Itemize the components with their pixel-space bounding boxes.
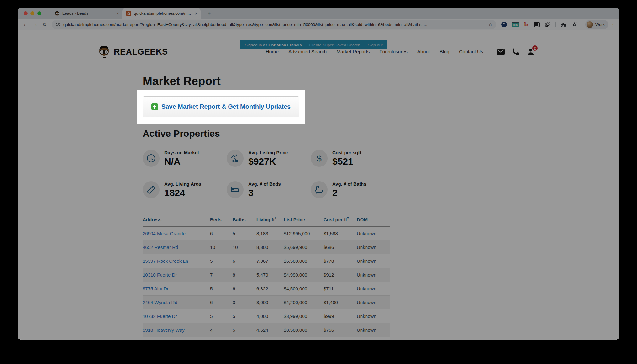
address-link[interactable]: 4652 Resmar Rd bbox=[143, 240, 210, 254]
tour-spotlight: Save Market Report & Get Monthly Updates bbox=[137, 90, 305, 124]
stat-label: Avg. Living Area bbox=[164, 181, 201, 187]
table-cell: Unknown bbox=[357, 268, 390, 282]
address-link[interactable]: 10732 Fuerte Dr bbox=[143, 309, 210, 323]
reload-icon[interactable]: ↻ bbox=[40, 21, 49, 28]
tab-leads[interactable]: Leads › Leads × bbox=[51, 8, 122, 19]
table-cell: 6 bbox=[210, 337, 233, 340]
table-cell: $3,999,000 bbox=[284, 309, 324, 323]
stat-days-on-market: Days on MarketN/A bbox=[143, 150, 227, 167]
close-tab-icon[interactable]: × bbox=[116, 11, 119, 16]
site-favicon-icon bbox=[126, 11, 131, 16]
extensions-puzzle-icon[interactable] bbox=[545, 21, 551, 28]
address-link[interactable]: 10310 Fuerte Dr bbox=[143, 268, 210, 282]
browser-profile-chip[interactable]: Work bbox=[585, 20, 608, 29]
forward-icon[interactable]: → bbox=[30, 21, 40, 28]
table-cell: $5,500,000 bbox=[284, 254, 324, 268]
nav-item-home[interactable]: Home bbox=[266, 49, 279, 55]
table-cell: $912 bbox=[324, 268, 357, 282]
create-super-saved-search-link[interactable]: Create Super Saved Search bbox=[309, 43, 360, 47]
toolbar-divider bbox=[555, 22, 556, 27]
table-cell: 8 bbox=[233, 268, 256, 282]
column-header-living-ft: Living ft2 bbox=[256, 215, 284, 226]
column-header-baths: Baths bbox=[233, 215, 256, 226]
table-cell: Unknown bbox=[357, 337, 390, 340]
nav-item-market-reports[interactable]: Market Reports bbox=[336, 49, 370, 55]
table-cell: 8,183 bbox=[256, 226, 284, 240]
address-link[interactable]: 4525-27 Conrad Dr bbox=[143, 337, 210, 340]
table-cell: $711 bbox=[324, 282, 357, 296]
table-cell: 10 bbox=[233, 240, 256, 254]
table-cell: Unknown bbox=[357, 323, 390, 337]
browser-menu-kebab-icon[interactable]: ⋮ bbox=[610, 22, 616, 27]
table-cell: 4,000 bbox=[256, 309, 284, 323]
onepassword-extension-icon[interactable] bbox=[501, 21, 508, 28]
save-market-report-button[interactable]: Save Market Report & Get Monthly Updates bbox=[143, 96, 299, 117]
table-cell: 3,975 bbox=[256, 337, 284, 340]
table-cell: 10 bbox=[210, 240, 233, 254]
address-link[interactable]: 26904 Mesa Grande bbox=[143, 226, 210, 240]
nav-item-contact-us[interactable]: Contact Us bbox=[459, 49, 483, 55]
table-cell: 3 bbox=[233, 296, 256, 309]
phone-icon[interactable] bbox=[512, 48, 520, 56]
address-link[interactable]: 9775 Alto Dr bbox=[143, 282, 210, 296]
table-cell: $686 bbox=[324, 240, 357, 254]
nav-item-blog[interactable]: Blog bbox=[440, 49, 449, 55]
table-row: 26904 Mesa Grande658,183$12,995,000$1,58… bbox=[143, 226, 390, 240]
sign-out-link[interactable]: Sign out bbox=[368, 43, 383, 47]
close-window-button[interactable] bbox=[24, 11, 28, 15]
page-title: Market Report bbox=[143, 75, 390, 88]
site-settings-tune-icon[interactable] bbox=[55, 22, 61, 27]
email-icon[interactable] bbox=[497, 48, 505, 56]
table-row: 4652 Resmar Rd10108,300$5,699,900$686Unk… bbox=[143, 240, 390, 254]
table-cell: 4 bbox=[233, 337, 256, 340]
extensions-area: 4pm b bbox=[501, 21, 582, 28]
table-row: 10732 Fuerte Dr554,000$3,999,000$999Unkn… bbox=[143, 309, 390, 323]
stat-avg-living-area: Avg. Living Area1824 bbox=[143, 181, 227, 198]
tab-title: quickandsimplehomes.com/m... bbox=[134, 11, 193, 16]
back-icon[interactable]: ← bbox=[21, 21, 30, 28]
address-link[interactable]: 15397 Rock Creek Ln bbox=[143, 254, 210, 268]
site-logo[interactable]: RealGeeks bbox=[97, 45, 168, 59]
chart-icon bbox=[227, 150, 244, 167]
minimize-window-button[interactable] bbox=[30, 11, 34, 15]
address-link[interactable]: 9918 Heavenly Way bbox=[143, 323, 210, 337]
close-tab-icon[interactable]: × bbox=[195, 11, 197, 16]
table-cell: 5 bbox=[210, 282, 233, 296]
bath-icon bbox=[311, 181, 328, 198]
table-cell: 5 bbox=[210, 254, 233, 268]
browser-toolbar: ← → ↻ quickandsimplehomes.com/marketrepo… bbox=[18, 19, 619, 30]
address-bar[interactable]: quickandsimplehomes.com/marketreport/?re… bbox=[52, 20, 496, 29]
table-cell: 6 bbox=[210, 226, 233, 240]
table-cell: $879 bbox=[324, 337, 357, 340]
bookmark-star-icon[interactable]: ☆ bbox=[488, 22, 492, 27]
nav-item-about[interactable]: About bbox=[417, 49, 430, 55]
table-cell: 4 bbox=[210, 323, 233, 337]
address-link[interactable]: 2464 Wynola Rd bbox=[143, 296, 210, 309]
account-person-icon[interactable]: 2 bbox=[527, 48, 535, 56]
table-cell: 3,000 bbox=[256, 296, 284, 309]
profile-avatar bbox=[587, 21, 593, 28]
realgeeks-mascot-icon bbox=[97, 45, 111, 59]
table-cell: Unknown bbox=[357, 226, 390, 240]
table-cell: Unknown bbox=[357, 309, 390, 323]
clock-icon bbox=[143, 150, 160, 167]
bitly-extension-icon[interactable]: b bbox=[523, 21, 529, 28]
nav-item-advanced-search[interactable]: Advanced Search bbox=[288, 49, 327, 55]
window-controls bbox=[24, 11, 41, 15]
url-text[interactable]: quickandsimplehomes.com/marketreport/?re… bbox=[63, 22, 485, 27]
table-cell: $1,588 bbox=[324, 226, 357, 240]
fourpm-extension-icon[interactable]: 4pm bbox=[512, 21, 519, 28]
star-sparkle-icon[interactable] bbox=[571, 21, 578, 28]
tab-quickandsimplehomes[interactable]: quickandsimplehomes.com/m... × bbox=[122, 8, 201, 19]
reading-list-extension-icon[interactable] bbox=[534, 21, 540, 28]
fullscreen-window-button[interactable] bbox=[37, 11, 41, 15]
nav-icons: 2 bbox=[497, 48, 535, 56]
save-button-label: Save Market Report & Get Monthly Updates bbox=[161, 103, 291, 110]
table-cell: $12,995,000 bbox=[284, 226, 324, 240]
nav-item-foreclosures[interactable]: Foreclosures bbox=[379, 49, 408, 55]
new-tab-button[interactable]: + bbox=[205, 10, 213, 17]
table-cell: 7 bbox=[210, 268, 233, 282]
table-cell: $999 bbox=[324, 309, 357, 323]
section-title: Active Properties bbox=[143, 128, 390, 142]
kart-extension-icon[interactable] bbox=[560, 21, 567, 28]
